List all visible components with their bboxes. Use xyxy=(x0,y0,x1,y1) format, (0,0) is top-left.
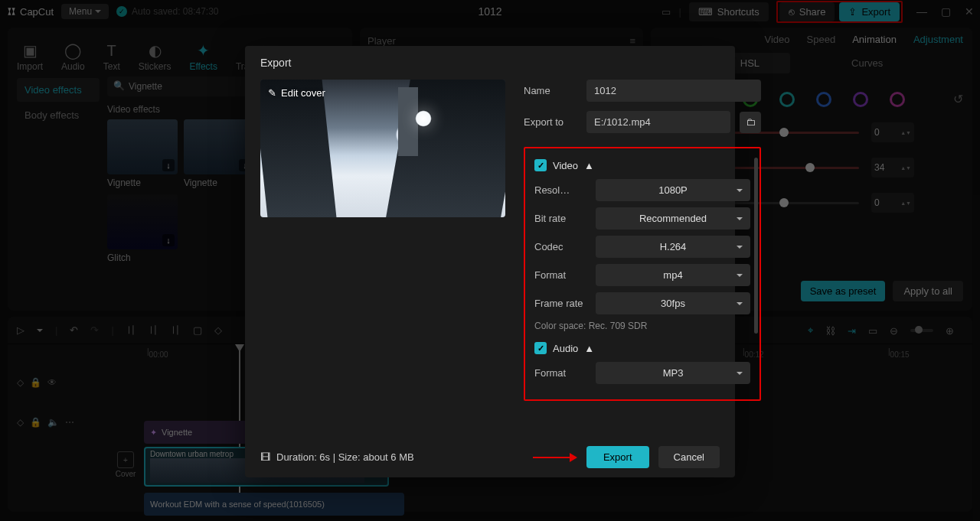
undo-icon[interactable]: ↶ xyxy=(70,324,78,336)
export-button[interactable]: ⇪ Export xyxy=(839,2,900,21)
zoom-in-icon[interactable]: ⊕ xyxy=(946,325,954,337)
export-icon: ⇪ xyxy=(848,6,857,18)
snap-icon[interactable]: ⇥ xyxy=(848,325,856,337)
shortcuts-button[interactable]: ⌨ Shortcuts xyxy=(689,2,769,21)
rtab-video[interactable]: Video xyxy=(765,34,790,45)
minimize-icon[interactable]: — xyxy=(916,5,927,18)
brand-label: CapCut xyxy=(20,6,54,18)
tab-audio[interactable]: ◯Audio xyxy=(61,41,85,72)
rtab-adjustment[interactable]: Adjustment xyxy=(913,34,963,45)
clip-audio-workout[interactable]: Workout EDM with a sense of speed(101650… xyxy=(144,493,404,516)
tab-effects[interactable]: ✦Effects xyxy=(189,41,217,72)
audio-icon: ◯ xyxy=(64,41,81,60)
track-more-icon[interactable]: ⋯ xyxy=(65,417,74,428)
framerate-select[interactable]: 30fps xyxy=(596,292,750,314)
tab-stickers[interactable]: ◐Stickers xyxy=(139,41,172,72)
color-swatch[interactable] xyxy=(890,92,905,107)
autosave-status: ✓ Auto saved: 08:47:30 xyxy=(116,6,218,17)
bitrate-label: Bit rate xyxy=(534,213,596,224)
player-label: Player xyxy=(368,35,396,47)
check-icon: ✓ xyxy=(116,6,127,17)
layout-icon[interactable]: ▭ xyxy=(662,6,671,18)
name-input[interactable] xyxy=(586,80,761,102)
track-visibility-icon[interactable]: ◇ xyxy=(17,417,24,428)
video-checkbox[interactable]: ✓ xyxy=(534,159,547,171)
edit-cover-button[interactable]: ✎ Edit cover xyxy=(268,87,325,99)
subtab-curves[interactable]: Curves xyxy=(821,53,913,73)
format-label: Format xyxy=(534,269,596,281)
reset-icon[interactable]: ↺ xyxy=(953,92,963,106)
value-hue[interactable]: 0▲▼ xyxy=(871,122,914,142)
tab-import[interactable]: ▣Import xyxy=(17,41,43,72)
track-visibility-icon[interactable]: ◇ xyxy=(17,377,24,388)
track-lock-icon[interactable]: 🔒 xyxy=(30,417,41,428)
import-icon: ▣ xyxy=(23,41,38,60)
resolution-select[interactable]: 1080P xyxy=(596,179,750,201)
value-lum[interactable]: 0▲▼ xyxy=(871,193,914,213)
menu-button[interactable]: Menu xyxy=(61,4,109,19)
save-preset-button[interactable]: Save as preset xyxy=(801,281,886,301)
video-section-title: Video xyxy=(553,160,578,171)
bitrate-select[interactable]: Recommended xyxy=(596,207,750,230)
track-lock-icon[interactable]: 🔒 xyxy=(30,377,41,388)
duration-info: 🎞 Duration: 6s | Size: about 6 MB xyxy=(260,451,414,463)
maximize-icon[interactable]: ▢ xyxy=(941,5,951,18)
track-mute-icon[interactable]: 🔈 xyxy=(47,417,59,428)
collapse-icon[interactable]: ▲ xyxy=(584,160,594,171)
trim-right-icon[interactable]: 〢 xyxy=(171,324,181,337)
cancel-button[interactable]: Cancel xyxy=(658,446,720,468)
rtab-speed[interactable]: Speed xyxy=(807,34,836,45)
clip-effect-vignette[interactable]: Vignette xyxy=(144,421,257,444)
audio-format-select[interactable]: MP3 xyxy=(596,362,750,384)
text-icon: T xyxy=(107,42,116,60)
subtab-body-effects[interactable]: Body effects xyxy=(17,103,100,127)
framerate-label: Frame rate xyxy=(534,298,596,309)
browse-folder-button[interactable]: 🗀 xyxy=(740,112,761,133)
split-icon[interactable]: 〢 xyxy=(126,324,136,337)
name-label: Name xyxy=(524,85,577,96)
track-eye-icon[interactable]: 👁 xyxy=(47,377,57,388)
share-icon: ⎋ xyxy=(789,6,795,18)
trim-left-icon[interactable]: 〢 xyxy=(149,324,158,337)
format-select[interactable]: mp4 xyxy=(596,264,750,286)
redo-icon[interactable]: ↷ xyxy=(90,324,99,336)
value-sat[interactable]: 34▲▼ xyxy=(871,158,914,177)
effect-item[interactable]: Glitch xyxy=(107,194,178,263)
cover-preview: ✎ Edit cover xyxy=(260,80,505,217)
subtab-video-effects[interactable]: Video effects xyxy=(17,78,100,102)
collapse-icon[interactable]: ▲ xyxy=(584,343,594,354)
panel-menu-icon[interactable]: ≡ xyxy=(629,35,635,47)
color-swatch[interactable] xyxy=(816,92,831,107)
effect-item[interactable]: Vignette xyxy=(107,119,178,188)
color-swatch[interactable] xyxy=(853,92,868,107)
codec-select[interactable]: H.264 xyxy=(596,236,750,258)
confirm-export-button[interactable]: Export xyxy=(586,446,649,468)
annotation-arrow xyxy=(533,457,576,458)
close-icon[interactable]: ✕ xyxy=(965,5,974,18)
zoom-out-icon[interactable]: ⊖ xyxy=(890,325,898,337)
share-button[interactable]: ⎋ Share xyxy=(779,2,835,21)
export-dialog: Export ✎ Edit cover Name Export to 🗀 xyxy=(245,46,735,477)
magnet-icon[interactable]: ⌖ xyxy=(808,324,813,337)
codec-label: Codec xyxy=(534,241,596,252)
rtab-animation[interactable]: Animation xyxy=(852,34,897,45)
film-icon: 🎞 xyxy=(260,451,270,463)
add-cover-button[interactable]: +Cover xyxy=(111,451,140,478)
tab-text[interactable]: TText xyxy=(103,42,120,72)
export-path-input[interactable] xyxy=(586,111,730,133)
chevron-down-icon[interactable] xyxy=(37,329,43,332)
marker-icon[interactable]: ◇ xyxy=(214,324,222,336)
audio-checkbox[interactable]: ✓ xyxy=(534,342,547,354)
pointer-tool-icon[interactable]: ▷ xyxy=(17,324,24,336)
effects-icon: ✦ xyxy=(197,41,210,60)
color-swatch[interactable] xyxy=(779,92,795,107)
scrollbar[interactable] xyxy=(754,158,758,334)
link-icon[interactable]: ⛓ xyxy=(825,325,835,337)
share-export-highlight: ⎋ Share ⇪ Export xyxy=(776,1,903,23)
export-to-label: Export to xyxy=(524,116,577,128)
apply-all-button[interactable]: Apply to all xyxy=(893,281,963,301)
zoom-slider[interactable] xyxy=(910,329,933,332)
preview-icon[interactable]: ▭ xyxy=(868,325,877,337)
delete-icon[interactable]: ▢ xyxy=(193,324,202,336)
effect-item[interactable]: Vignette xyxy=(184,119,254,188)
